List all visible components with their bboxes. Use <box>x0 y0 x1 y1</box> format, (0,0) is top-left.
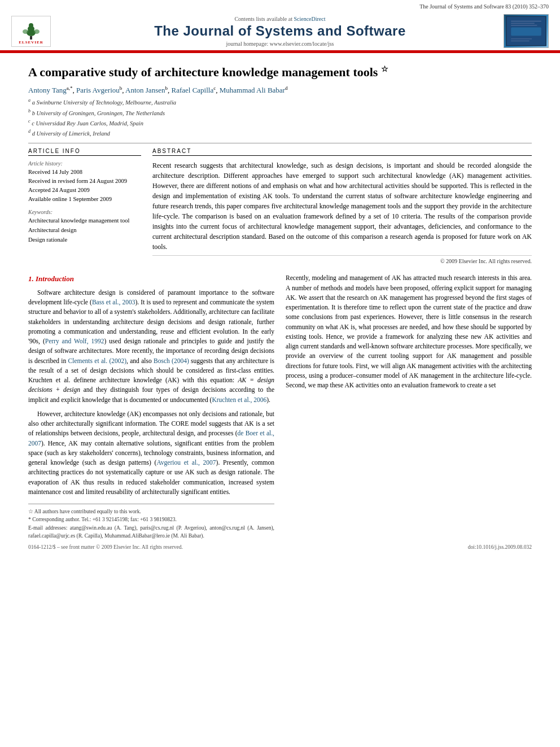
footnote-email: E-mail addresses: atang@swin.edu.au (A. … <box>28 524 274 540</box>
journal-cover-image <box>504 14 549 48</box>
bottom-info: 0164-1212/$ – see front matter © 2009 El… <box>28 544 532 550</box>
article-meta-section: ARTICLE INFO Article history: Received 1… <box>28 148 532 264</box>
author-tang[interactable]: Antony Tang <box>28 86 67 94</box>
ref-avgeriou-2007[interactable]: Avgeriou et al., 2007 <box>156 459 216 466</box>
journal-top-line: The Journal of Systems and Software 83 (… <box>0 3 560 12</box>
sciencedirect-link[interactable]: ScienceDirect <box>294 16 325 22</box>
abstract-col: ABSTRACT Recent research suggests that a… <box>152 148 532 264</box>
body-para-1: Software architecture design is consider… <box>28 288 274 405</box>
article-info-divider <box>28 143 532 143</box>
svg-point-4 <box>23 29 28 34</box>
elsevier-tree-icon <box>20 20 42 40</box>
body-col-left: 1. Introduction Software architecture de… <box>28 273 274 540</box>
keywords-group: Keywords: Architectural knowledge manage… <box>28 209 141 244</box>
footnote-corresponding: * Corresponding author. Tel.: +61 3 9214… <box>28 516 274 523</box>
sciencedirect-line: Contents lists available at ScienceDirec… <box>56 16 504 22</box>
svg-point-5 <box>34 29 40 34</box>
keywords-label: Keywords: <box>28 209 141 215</box>
article-content: A comparative study of architecture know… <box>0 53 560 561</box>
body-col-right: Recently, modeling and management of AK … <box>286 273 532 540</box>
ref-bass-2003[interactable]: Bass et al., 2003 <box>92 299 135 305</box>
section1-heading: 1. Introduction <box>28 273 274 285</box>
article-history: Article history: Received 14 July 2008 R… <box>28 160 141 203</box>
author-avgeriou[interactable]: Paris Avgeriou <box>76 86 120 94</box>
affiliation-c: c c Universidad Rey Juan Carlos, Madrid,… <box>28 118 532 128</box>
footnote-star: ☆ All authors have contributed equally t… <box>28 508 274 516</box>
abstract-text: Recent research suggests that architectu… <box>152 160 532 252</box>
ref-perry-wolf[interactable]: Perry and Wolf, 1992 <box>45 338 104 344</box>
keywords-content: Architectural knowledge management tool … <box>28 216 141 244</box>
journal-main-title: The Journal of Systems and Software <box>56 23 504 39</box>
journal-citation: The Journal of Systems and Software 83 (… <box>419 3 549 10</box>
body-two-col: 1. Introduction Software architecture de… <box>28 273 532 540</box>
affiliation-d: d d University of Limerick, Ireland <box>28 128 532 138</box>
author-capilla[interactable]: Rafael Capilla <box>171 86 213 94</box>
received-date: Received 14 July 2008 Received in revise… <box>28 168 141 203</box>
ref-deboer-2007[interactable]: de Boer et al., 2007 <box>28 430 274 446</box>
abstract-label: ABSTRACT <box>152 148 532 156</box>
article-title-text: A comparative study of architecture know… <box>28 65 378 79</box>
journal-homepage: journal homepage: www.elsevier.com/locat… <box>56 41 504 47</box>
ref-clements-2002[interactable]: Clements et al. (2002) <box>68 357 126 364</box>
article-title: A comparative study of architecture know… <box>28 64 532 81</box>
journal-thumbnail <box>504 14 554 48</box>
elsevier-logo-container: ELSEVIER <box>6 16 56 47</box>
affiliation-a: a a Swinburne University of Technology, … <box>28 97 532 107</box>
article-info-label: ARTICLE INFO <box>28 148 141 156</box>
journal-title-area: Contents lists available at ScienceDirec… <box>56 16 504 47</box>
body-para-2: However, architecture knowledge (AK) enc… <box>28 409 274 497</box>
authors-line: Antony Tanga,*, Paris Avgerioub, Anton J… <box>28 85 532 95</box>
copyright: © 2009 Elsevier Inc. All rights reserved… <box>152 255 532 264</box>
journal-header-main: ELSEVIER Contents lists available at Sci… <box>0 12 560 50</box>
elsevier-logo: ELSEVIER <box>11 16 51 47</box>
article-info-col: ARTICLE INFO Article history: Received 1… <box>28 148 141 264</box>
svg-rect-11 <box>511 28 541 36</box>
affiliations: a a Swinburne University of Technology, … <box>28 97 532 138</box>
footnotes: ☆ All authors have contributed equally t… <box>28 504 274 540</box>
article-history-label: Article history: <box>28 160 141 167</box>
body-para-3: Recently, modeling and management of AK … <box>286 273 532 390</box>
article-star: ☆ <box>381 65 388 73</box>
author-jansen[interactable]: Anton Jansen <box>125 86 165 94</box>
svg-rect-0 <box>30 36 32 40</box>
svg-point-3 <box>29 23 33 28</box>
doi-line: doi:10.1016/j.jss.2009.08.032 <box>468 544 532 550</box>
body-section: 1. Introduction Software architecture de… <box>28 273 532 550</box>
ref-bosch-2004[interactable]: Bosch (2004) <box>154 357 189 364</box>
author-babar[interactable]: Muhammad Ali Babar <box>220 86 285 94</box>
ref-kruchten-2006[interactable]: Kruchten et al., 2006 <box>212 396 266 403</box>
affiliation-b: b b University of Groningen, Groningen, … <box>28 108 532 118</box>
journal-header: The Journal of Systems and Software 83 (… <box>0 0 560 51</box>
issn-line: 0164-1212/$ – see front matter © 2009 El… <box>28 544 183 550</box>
elsevier-wordmark: ELSEVIER <box>19 40 43 45</box>
